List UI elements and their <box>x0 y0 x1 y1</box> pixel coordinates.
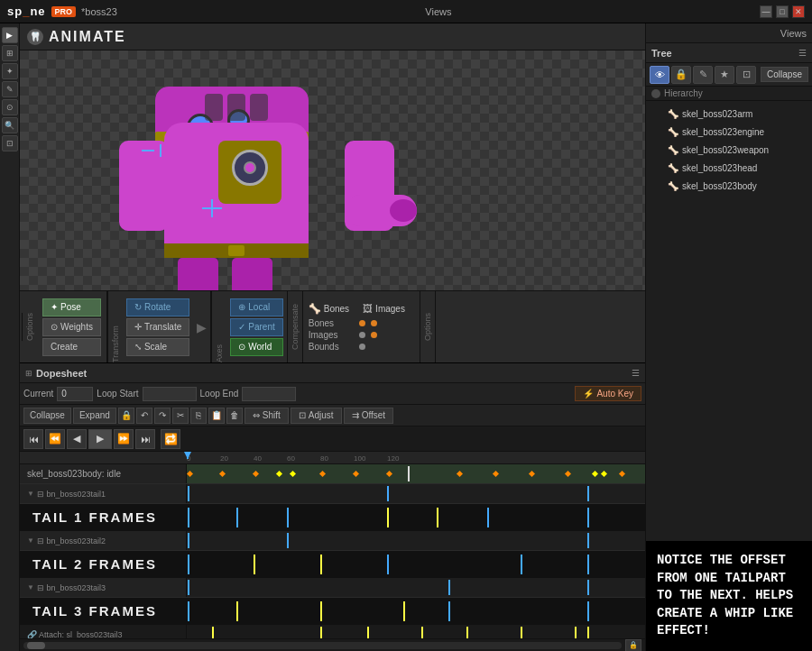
tree-collapse-btn[interactable]: Collapse <box>761 67 808 82</box>
expand-btn[interactable]: Expand <box>73 408 116 424</box>
pose-btn[interactable]: ✦ Pose <box>42 298 101 316</box>
tool-btn-3[interactable]: ✦ <box>2 63 18 79</box>
tree-item-engine[interactable]: 🦴 skel_boss023engine <box>646 123 812 141</box>
play-btn[interactable]: ▶ <box>88 429 112 449</box>
close-btn[interactable]: ✕ <box>792 5 805 18</box>
track-main-content[interactable] <box>187 464 645 483</box>
tree-item-weapon[interactable]: 🦴 skel_boss023weapon <box>646 141 812 159</box>
step-fwd-btn[interactable]: ⏩ <box>114 429 134 449</box>
bones-dot-1 <box>359 320 365 326</box>
tools-section: Options ✦ Pose ⊙ Weights Create <box>20 291 107 362</box>
bones-dot-2 <box>371 320 377 326</box>
t1-vl3 <box>287 508 289 527</box>
track-tail2-label[interactable]: ▼ ⊟ bn_boss023tail2 <box>20 531 187 550</box>
t1-vl5-y <box>437 508 438 527</box>
t2-vl4 <box>387 555 389 574</box>
minimize-btn[interactable]: — <box>760 5 772 18</box>
tree-tool-filter-btn[interactable]: ⊡ <box>736 66 756 84</box>
world-icon: ⊙ <box>238 342 245 352</box>
tree-tool-lock-btn[interactable]: 🔒 <box>671 66 691 84</box>
tool-btn-6[interactable]: 🔍 <box>2 117 18 133</box>
adjust-btn[interactable]: ⊡ Adjust <box>291 408 342 424</box>
scroll-lock-btn[interactable]: 🔒 <box>625 639 641 652</box>
scale-btn[interactable]: ⤡ Scale <box>126 338 189 356</box>
tree-tool-edit-btn[interactable]: ✎ <box>693 66 713 84</box>
ruler-60: 60 <box>287 454 295 463</box>
maximize-btn[interactable]: □ <box>776 5 789 18</box>
kf-7 <box>353 471 359 477</box>
paste-btn[interactable]: 📋 <box>208 408 225 424</box>
track-attach-content[interactable] <box>187 625 645 638</box>
att-vl2-y <box>320 627 322 638</box>
track-tail3-group: ▼ ⊟ bn_boss023tail3 <box>20 578 645 598</box>
world-btn[interactable]: ⊙ World <box>230 338 282 356</box>
weights-btn[interactable]: ⊙ Weights <box>42 318 101 336</box>
cut-btn[interactable]: ✂ <box>172 408 189 424</box>
loop-btn[interactable]: 🔁 <box>161 429 180 449</box>
skip-start-btn[interactable]: ⏮ <box>23 429 43 449</box>
auto-key-btn[interactable]: ⚡ Auto Key <box>575 386 641 401</box>
animate-mode-btn[interactable]: ▶ <box>2 27 18 43</box>
tool-btn-2[interactable]: ⊞ <box>2 45 18 61</box>
track-tail1-label[interactable]: ▼ ⊟ bn_boss023tail1 <box>20 484 187 503</box>
bones-row-label: Bones <box>309 318 354 328</box>
tail2-frames-content[interactable] <box>187 551 645 578</box>
scroll-thumb[interactable] <box>27 642 45 649</box>
offset-btn[interactable]: ⇉ Offset <box>344 408 394 424</box>
ruler-120: 120 <box>387 454 399 463</box>
local-btn[interactable]: ⊕ Local <box>230 298 282 316</box>
redo-btn[interactable]: ↷ <box>154 408 171 424</box>
tail1-frames-text: TAIL 1 FRAMES <box>27 508 162 527</box>
t2-vl5 <box>521 555 522 574</box>
tree-menu-btn[interactable]: ☰ <box>798 48 807 58</box>
tree-item-arm[interactable]: 🦴 skel_boss023arm <box>646 105 812 123</box>
loop-start-input[interactable] <box>143 387 197 401</box>
copy-btn[interactable]: ⎘ <box>190 408 207 424</box>
t1-vl1 <box>188 508 189 527</box>
tree-tool-eye-btn[interactable]: 👁 <box>650 66 669 84</box>
att-vl6-y <box>521 627 522 638</box>
loop-end-input[interactable] <box>242 387 296 401</box>
shift-btn[interactable]: ⇔ Shift <box>245 408 289 424</box>
rotate-btn[interactable]: ↻ Rotate <box>126 298 189 316</box>
play-back-btn[interactable]: ◀ <box>67 429 87 449</box>
translate-btn[interactable]: ✛ Translate <box>126 318 189 336</box>
track-tail3-label[interactable]: ▼ ⊟ bn_boss023tail3 <box>20 578 187 597</box>
t3-vl3-y <box>320 601 322 621</box>
step-back-btn[interactable]: ⏪ <box>45 429 65 449</box>
create-btn[interactable]: Create <box>42 338 101 356</box>
bottom-scrollbar: 🔒 <box>20 638 645 651</box>
tail3-frames-content[interactable] <box>187 598 645 625</box>
scroll-track[interactable] <box>23 642 622 649</box>
kf-14 <box>601 471 607 477</box>
skip-end-btn[interactable]: ⏭ <box>135 429 155 449</box>
tail3-vline-3 <box>587 580 589 595</box>
lock-btn[interactable]: 🔒 <box>118 408 134 424</box>
undo-btn[interactable]: ↶ <box>136 408 152 424</box>
main-layout: ▶ ⊞ ✦ ✎ ⊙ 🔍 ⊡ 🦷 ANIMATE <box>0 23 812 651</box>
tree-item-body[interactable]: 🦴 skel_boss023body <box>646 177 812 195</box>
t2-vl1 <box>188 555 189 574</box>
delete-btn[interactable]: 🗑 <box>226 408 243 424</box>
viewport[interactable]: Options ✦ Pose ⊙ Weights Create <box>20 50 645 362</box>
tool-btn-5[interactable]: ⊙ <box>2 99 18 115</box>
tree-item-head[interactable]: 🦴 skel_boss023head <box>646 159 812 177</box>
track-tail2-group: ▼ ⊟ bn_boss023tail2 <box>20 531 645 551</box>
parent-btn[interactable]: ✓ Parent <box>230 318 282 336</box>
hierarchy-vis-dot <box>651 89 660 98</box>
tree-item-arm-icon: 🦴 <box>667 109 679 119</box>
current-input[interactable] <box>57 387 93 401</box>
track-tail3-content[interactable] <box>187 578 645 597</box>
track-tail1-content[interactable] <box>187 484 645 503</box>
bounds-row-label: Bounds <box>309 342 354 352</box>
collapse-btn[interactable]: Collapse <box>23 408 71 424</box>
tool-btn-7[interactable]: ⊡ <box>2 135 18 151</box>
tree-item-head-label: skel_boss023head <box>682 163 757 173</box>
views-bar-label: Views <box>780 28 807 39</box>
track-tail2-content[interactable] <box>187 531 645 550</box>
tree-tool-star-btn[interactable]: ★ <box>715 66 734 84</box>
images-row-1: Images <box>309 330 414 340</box>
dopesheet-menu-btn[interactable]: ☰ <box>632 368 640 378</box>
tool-btn-4[interactable]: ✎ <box>2 81 18 97</box>
tail1-frames-content[interactable] <box>187 504 645 531</box>
